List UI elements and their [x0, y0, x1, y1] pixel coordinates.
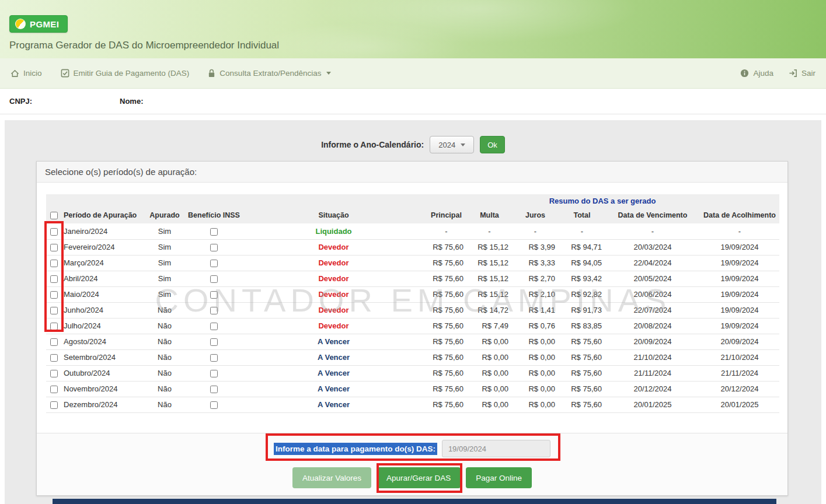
main-content: Informe o Ano-Calendário: 2024 Ok Seleci… [5, 120, 821, 504]
bottom-bar [53, 499, 776, 504]
beneficio-inss-checkbox[interactable] [210, 338, 218, 346]
period-label: Fevereiro/2024 [61, 239, 143, 255]
period-select-checkbox[interactable] [50, 370, 58, 377]
period-select-checkbox[interactable] [50, 275, 58, 283]
year-select[interactable]: 2024 [430, 136, 474, 153]
period-select-checkbox[interactable] [50, 244, 58, 251]
period-select-checkbox[interactable] [50, 291, 58, 299]
apurado-value: Sim [143, 271, 186, 286]
beneficio-inss-checkbox[interactable] [210, 260, 218, 267]
beneficio-inss-cell [186, 271, 242, 286]
period-label: Abril/2024 [61, 271, 143, 286]
beneficio-inss-checkbox[interactable] [210, 291, 218, 299]
beneficio-inss-checkbox[interactable] [210, 323, 218, 330]
situacao-value: Devedor [242, 271, 426, 286]
beneficio-inss-checkbox[interactable] [210, 386, 218, 393]
periods-card: Selecione o(s) período(s) de apuração: R… [36, 161, 788, 496]
multa-value: R$ 14,72 [467, 302, 512, 318]
acolhimento-value: 19/09/2024 [700, 302, 779, 318]
period-select-checkbox[interactable] [50, 354, 58, 362]
vencimento-value: 22/04/2024 [605, 255, 700, 271]
beneficio-inss-checkbox[interactable] [210, 228, 218, 236]
column-header-row: Período de Apuração Apurado Benefício IN… [46, 207, 779, 223]
pagar-online-button[interactable]: Pagar Online [466, 467, 532, 488]
pgmei-logo[interactable]: PGMEI [9, 15, 68, 33]
col-acolhimento: Data de Acolhimento [700, 207, 779, 223]
row-select-cell [46, 334, 61, 349]
period-select-checkbox[interactable] [50, 307, 58, 314]
beneficio-inss-checkbox[interactable] [210, 244, 218, 251]
acolhimento-value: 20/12/2024 [700, 381, 779, 397]
beneficio-inss-checkbox[interactable] [210, 307, 218, 314]
col-apurado: Apurado [143, 207, 186, 223]
apurado-value: Sim [143, 286, 186, 302]
table-row: Junho/2024 Não Devedor R$ 75,60 R$ 14,72… [46, 302, 779, 318]
nav-item-emitir-das[interactable]: Emitir Guia de Pagamento (DAS) [61, 69, 190, 78]
year-select-value: 2024 [438, 141, 455, 149]
table-row: Novembro/2024 Não A Vencer R$ 75,60 R$ 0… [46, 381, 779, 397]
period-select-checkbox[interactable] [50, 386, 58, 393]
vencimento-value: 20/01/2025 [605, 397, 700, 412]
nav-label-emitir-das: Emitir Guia de Pagamento (DAS) [74, 69, 190, 78]
periods-table: Resumo do DAS a ser gerado Período de Ap… [46, 194, 779, 413]
nav-label-ajuda: Ajuda [753, 69, 773, 78]
juros-value: R$ 0,00 [512, 397, 559, 412]
period-select-checkbox[interactable] [50, 338, 58, 346]
total-value: - [559, 223, 605, 239]
acolhimento-value: 20/01/2025 [700, 397, 779, 412]
period-select-checkbox[interactable] [50, 401, 58, 409]
vencimento-value: 21/10/2024 [605, 349, 700, 365]
group-header-row: Resumo do DAS a ser gerado [46, 194, 779, 207]
multa-value: R$ 15,12 [467, 286, 512, 302]
table-row: Maio/2024 Sim Devedor R$ 75,60 R$ 15,12 … [46, 286, 779, 302]
period-label: Janeiro/2024 [61, 223, 143, 239]
cnpj-label: CNPJ: [9, 97, 32, 106]
beneficio-inss-checkbox[interactable] [210, 401, 218, 409]
nome-label: Nome: [120, 97, 143, 106]
row-select-cell [46, 302, 61, 318]
period-select-checkbox[interactable] [50, 323, 58, 330]
beneficio-inss-checkbox[interactable] [210, 354, 218, 362]
juros-value: R$ 0,00 [512, 365, 559, 381]
select-all-checkbox[interactable] [50, 212, 58, 219]
acolhimento-value: 19/09/2024 [700, 271, 779, 286]
juros-value: R$ 3,99 [512, 239, 559, 255]
situacao-value: Devedor [242, 302, 426, 318]
beneficio-inss-checkbox[interactable] [210, 275, 218, 283]
apurar-gerar-das-button[interactable]: Apurar/Gerar DAS [377, 467, 461, 488]
nav-label-sair: Sair [801, 69, 815, 78]
total-value: R$ 93,42 [559, 271, 605, 286]
multa-value: R$ 0,00 [467, 365, 512, 381]
principal-value: R$ 75,60 [426, 349, 467, 365]
beneficio-inss-cell [186, 397, 242, 412]
period-select-checkbox[interactable] [50, 228, 58, 236]
total-value: R$ 75,60 [559, 334, 605, 349]
nav-item-sair[interactable]: Sair [789, 69, 815, 78]
situacao-value: A Vencer [242, 381, 426, 397]
juros-value: R$ 3,33 [512, 255, 559, 271]
atualizar-valores-button[interactable]: Atualizar Valores [292, 467, 371, 488]
period-label: Julho/2024 [61, 318, 143, 334]
acolhimento-value: 19/09/2024 [700, 255, 779, 271]
period-label: Setembro/2024 [61, 349, 143, 365]
beneficio-inss-cell [186, 302, 242, 318]
col-beneficio: Benefício INSS [186, 207, 242, 223]
multa-value: R$ 0,00 [467, 349, 512, 365]
nav-item-inicio[interactable]: Inicio [11, 69, 42, 78]
lock-icon [208, 69, 215, 78]
nav-item-consulta-extrato[interactable]: Consulta Extrato/Pendências [208, 69, 331, 78]
beneficio-inss-cell [186, 334, 242, 349]
beneficio-inss-checkbox[interactable] [210, 370, 218, 377]
juros-value: R$ 0,76 [512, 318, 559, 334]
principal-value: - [426, 223, 467, 239]
acolhimento-value: 19/09/2024 [700, 239, 779, 255]
ok-button[interactable]: Ok [480, 136, 505, 153]
period-select-checkbox[interactable] [50, 260, 58, 267]
payment-date-input[interactable] [442, 440, 550, 457]
table-row: Fevereiro/2024 Sim Devedor R$ 75,60 R$ 1… [46, 239, 779, 255]
nav-item-ajuda[interactable]: Ajuda [740, 69, 773, 78]
beneficio-inss-cell [186, 381, 242, 397]
chevron-down-icon [461, 144, 465, 146]
beneficio-inss-cell [186, 318, 242, 334]
juros-value: R$ 0,00 [512, 334, 559, 349]
